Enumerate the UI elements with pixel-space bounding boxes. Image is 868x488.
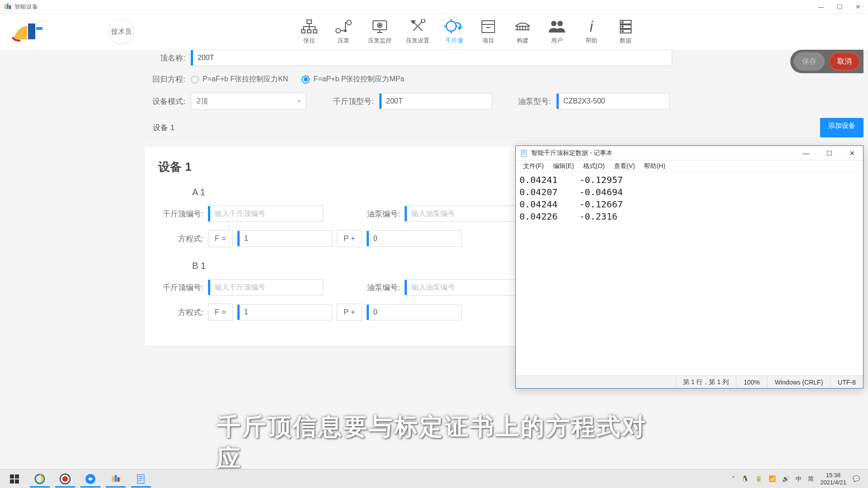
tools-icon bbox=[408, 19, 428, 35]
tab-device-1[interactable]: 设备 1 bbox=[145, 118, 183, 137]
a1-jack-no-input[interactable] bbox=[210, 206, 323, 222]
svg-point-26 bbox=[622, 31, 623, 32]
notepad-minimize-icon[interactable]: — bbox=[799, 149, 813, 158]
pump-model-input[interactable] bbox=[559, 93, 670, 109]
info-icon: i bbox=[581, 19, 601, 35]
svg-point-34 bbox=[62, 476, 68, 482]
b1-pump-no-input[interactable] bbox=[407, 279, 520, 296]
toolbar-tension[interactable]: 张拉 bbox=[297, 17, 322, 47]
role-badge[interactable]: 技术员 bbox=[108, 19, 134, 44]
taskbar-app1[interactable] bbox=[78, 470, 103, 488]
tray-qq-icon[interactable]: 🐧 bbox=[741, 475, 749, 482]
regression-option-1[interactable]: P=aF+b F张拉控制应力KN bbox=[191, 75, 288, 84]
jack-name-input[interactable] bbox=[193, 50, 672, 66]
toolbar-data[interactable]: 数据 bbox=[613, 17, 638, 47]
taskbar-notepad[interactable] bbox=[128, 470, 154, 488]
a1-jack-no-label: 千斤顶编号: bbox=[158, 209, 203, 219]
device-title: 设备 1 bbox=[158, 159, 192, 175]
tray-clock[interactable]: 15:38 2021/4/21 bbox=[820, 472, 846, 486]
window-minimize-icon[interactable]: — bbox=[818, 3, 824, 10]
toolbar-help[interactable]: i 帮助 bbox=[579, 17, 604, 47]
menu-edit[interactable]: 编辑(E) bbox=[548, 161, 579, 171]
svg-rect-28 bbox=[10, 474, 14, 479]
menu-file[interactable]: 文件(F) bbox=[519, 161, 548, 171]
svg-text:i: i bbox=[590, 19, 594, 34]
notepad-window: 智能千斤顶标定数据 - 记事本 — ☐ ✕ 文件(F) 编辑(E) 格式(O) … bbox=[515, 145, 863, 389]
toolbar-build[interactable]: 构建 bbox=[510, 17, 535, 47]
menu-help[interactable]: 帮助(H) bbox=[639, 161, 670, 171]
a1-equation-label: 方程式: bbox=[158, 234, 203, 244]
toolbar-user[interactable]: 用户 bbox=[544, 17, 570, 47]
flow-icon bbox=[334, 19, 354, 35]
svg-rect-37 bbox=[115, 475, 117, 482]
svg-point-10 bbox=[344, 30, 346, 32]
add-device-button[interactable]: 添加设备 bbox=[820, 118, 863, 137]
tray-volume-icon[interactable]: 🔊 bbox=[782, 475, 789, 482]
toolbar-jack[interactable]: 千斤顶 bbox=[441, 17, 467, 47]
svg-rect-0 bbox=[5, 5, 6, 9]
notepad-title: 智能千斤顶标定数据 - 记事本 bbox=[531, 149, 613, 157]
notepad-titlebar[interactable]: 智能千斤顶标定数据 - 记事本 — ☐ ✕ bbox=[516, 146, 863, 160]
toolbar-grout-monitor[interactable]: 压浆监控 bbox=[365, 17, 394, 47]
a1-coef1-input[interactable] bbox=[240, 230, 332, 247]
b1-jack-no-label: 千斤顶编号: bbox=[158, 282, 203, 293]
svg-point-14 bbox=[421, 19, 425, 23]
app-icon bbox=[4, 3, 12, 11]
app-title: 智能设备 bbox=[14, 3, 38, 11]
svg-rect-39 bbox=[137, 474, 144, 483]
status-line-ending: Windows (CRLF) bbox=[767, 376, 830, 388]
mode-select[interactable]: 2顶▾ bbox=[191, 93, 306, 110]
taskbar-smart-device[interactable] bbox=[103, 470, 128, 488]
b1-jack-no-input[interactable] bbox=[210, 279, 323, 296]
b1-coef2-input[interactable] bbox=[369, 304, 462, 320]
jack-name-label: 顶名称: bbox=[145, 53, 185, 63]
a1-coef2-input[interactable] bbox=[369, 230, 462, 247]
svg-rect-6 bbox=[307, 30, 311, 33]
toolbar-grout-settings[interactable]: 压浆设置 bbox=[403, 17, 432, 47]
app-logo bbox=[9, 18, 50, 45]
svg-rect-31 bbox=[15, 479, 19, 483]
taskbar-edge[interactable] bbox=[27, 470, 52, 488]
a1-pump-no-input[interactable] bbox=[407, 206, 520, 222]
notepad-content[interactable]: 0.04241 -0.12957 0.04207 -0.04694 0.0424… bbox=[516, 172, 863, 375]
svg-point-15 bbox=[446, 21, 456, 31]
svg-rect-36 bbox=[112, 476, 114, 481]
window-close-icon[interactable]: ✕ bbox=[855, 3, 861, 10]
toolbar-project[interactable]: 项目 bbox=[476, 17, 501, 47]
svg-point-19 bbox=[557, 21, 563, 26]
tray-battery-icon[interactable]: 🔋 bbox=[755, 475, 762, 482]
mode-label: 设备模式: bbox=[145, 96, 185, 107]
notepad-close-icon[interactable]: ✕ bbox=[846, 149, 859, 158]
start-button[interactable] bbox=[2, 470, 27, 488]
tray-wifi-icon[interactable]: 📶 bbox=[769, 475, 776, 482]
server-icon bbox=[616, 19, 636, 35]
svg-point-18 bbox=[551, 21, 557, 26]
menu-format[interactable]: 格式(O) bbox=[579, 161, 609, 171]
jack-model-label: 千斤顶型号: bbox=[324, 96, 374, 107]
a1-pump-no-label: 油泵编号: bbox=[346, 209, 400, 219]
notepad-maximize-icon[interactable]: ☐ bbox=[823, 149, 836, 158]
window-titlebar: 智能设备 — ☐ ✕ bbox=[0, 0, 868, 14]
svg-rect-1 bbox=[7, 4, 9, 9]
b1-coef1-input[interactable] bbox=[240, 304, 332, 320]
hierarchy-icon bbox=[299, 19, 319, 35]
tray-ime1[interactable]: 中 bbox=[796, 475, 802, 483]
svg-rect-27 bbox=[521, 150, 526, 156]
p-plus-prefix: P + bbox=[337, 230, 362, 247]
jack-model-input[interactable] bbox=[382, 93, 492, 109]
main-toolbar: 张拉 压浆 压浆监控 压浆设置 千斤顶 项目 构建 用户 bbox=[297, 17, 638, 47]
system-tray: ˄ 🐧 🔋 📶 🔊 中 简 15:38 2021/4/21 💬 bbox=[732, 472, 866, 486]
menu-view[interactable]: 查看(V) bbox=[609, 161, 640, 171]
window-maximize-icon[interactable]: ☐ bbox=[837, 3, 843, 10]
toolbar-grout[interactable]: 压浆 bbox=[331, 17, 356, 47]
svg-rect-4 bbox=[307, 20, 311, 23]
jack-icon bbox=[444, 19, 464, 35]
tray-ime2[interactable]: 简 bbox=[808, 475, 814, 483]
svg-rect-29 bbox=[15, 474, 19, 479]
taskbar-record[interactable] bbox=[52, 470, 78, 488]
regression-option-2[interactable]: F=aP+b P张拉控制应力MPa bbox=[302, 75, 404, 84]
device-tabs: 设备 1 添加设备 bbox=[145, 118, 863, 138]
tray-notification-icon[interactable]: 💬 bbox=[853, 475, 860, 482]
tray-chevron-up-icon[interactable]: ˄ bbox=[732, 475, 735, 482]
svg-point-8 bbox=[336, 28, 340, 33]
